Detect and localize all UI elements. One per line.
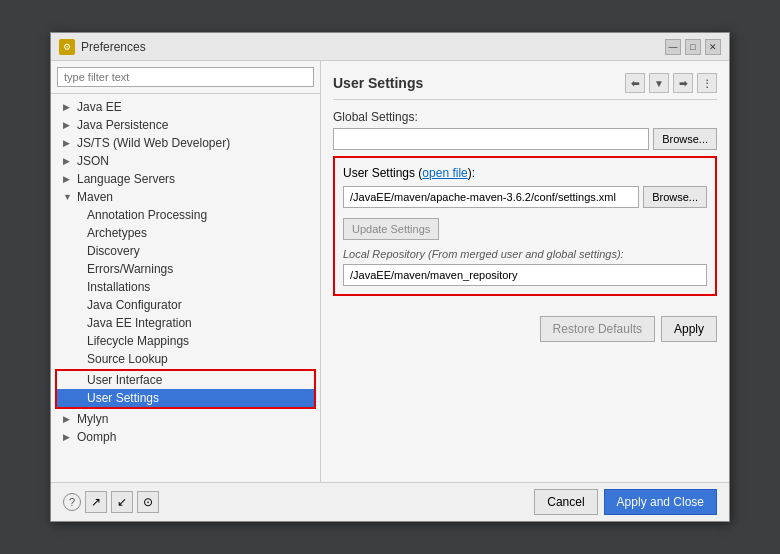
global-settings-label: Global Settings: (333, 110, 717, 124)
user-settings-prefix: User Settings ( (343, 166, 422, 180)
tree-item-java-persistence[interactable]: ▶ Java Persistence (51, 116, 320, 134)
tree-item-label: User Settings (87, 391, 159, 405)
browse-user-button[interactable]: Browse... (643, 186, 707, 208)
import-icon[interactable]: ↙ (111, 491, 133, 513)
apply-and-close-button[interactable]: Apply and Close (604, 489, 717, 515)
more-button[interactable]: ⋮ (697, 73, 717, 93)
tree-item-archetypes[interactable]: Archetypes (51, 224, 320, 242)
help-icon[interactable]: ? (63, 493, 81, 511)
settings-actions-row: Restore Defaults Apply (333, 316, 717, 342)
bottom-bar: ? ↗ ↙ ⊙ Cancel Apply and Close (51, 482, 729, 521)
arrow-icon: ▼ (63, 192, 73, 202)
maximize-button[interactable]: □ (685, 39, 701, 55)
tree-item-lifecycle[interactable]: Lifecycle Mappings (51, 332, 320, 350)
tree-item-label: Source Lookup (87, 352, 168, 366)
user-settings-section: User Settings (open file): Browse... Upd… (333, 156, 717, 296)
tree-item-user-settings[interactable]: User Settings (57, 389, 314, 407)
tree-item-java-ee-integration[interactable]: Java EE Integration (51, 314, 320, 332)
tree-item-maven[interactable]: ▼ Maven (51, 188, 320, 206)
arrow-icon: ▶ (63, 432, 73, 442)
tree-item-language-servers[interactable]: ▶ Language Servers (51, 170, 320, 188)
panel-title-text: User Settings (333, 75, 423, 91)
right-panel: User Settings ⬅ ▼ ➡ ⋮ Global Settings: B… (321, 61, 729, 482)
tree-item-errors-warnings[interactable]: Errors/Warnings (51, 260, 320, 278)
tree-item-label: Errors/Warnings (87, 262, 173, 276)
titlebar-left: ⚙ Preferences (59, 39, 146, 55)
main-content: ▶ Java EE ▶ Java Persistence ▶ JS/TS (Wi… (51, 61, 729, 482)
tree-item-label: User Interface (87, 373, 162, 387)
cancel-button[interactable]: Cancel (534, 489, 597, 515)
search-box (51, 61, 320, 94)
restore-defaults-button[interactable]: Restore Defaults (540, 316, 655, 342)
tree-item-discovery[interactable]: Discovery (51, 242, 320, 260)
local-repo-label: Local Repository (From merged user and g… (343, 248, 707, 260)
browse-global-button[interactable]: Browse... (653, 128, 717, 150)
tree-item-source-lookup[interactable]: Source Lookup (51, 350, 320, 368)
tree-item-label: Language Servers (77, 172, 175, 186)
app-icon: ⚙ (59, 39, 75, 55)
tree-item-oomph[interactable]: ▶ Oomph (51, 428, 320, 446)
tree-item-label: Java EE Integration (87, 316, 192, 330)
dialog-title: Preferences (81, 40, 146, 54)
panel-title-row: User Settings ⬅ ▼ ➡ ⋮ (333, 73, 717, 100)
tree-item-label: Java Configurator (87, 298, 182, 312)
local-repo-input[interactable] (343, 264, 707, 286)
titlebar: ⚙ Preferences — □ ✕ (51, 33, 729, 61)
bottom-right-controls: Cancel Apply and Close (534, 489, 717, 515)
tree-item-label: Oomph (77, 430, 116, 444)
arrow-icon: ▶ (63, 414, 73, 424)
apply-button[interactable]: Apply (661, 316, 717, 342)
tree-item-label: JSON (77, 154, 109, 168)
tree-item-label: Java Persistence (77, 118, 168, 132)
settings-icon[interactable]: ⊙ (137, 491, 159, 513)
open-file-link[interactable]: open file (422, 166, 467, 180)
settings-content: Global Settings: Browse... User Settings… (333, 110, 717, 470)
minimize-button[interactable]: — (665, 39, 681, 55)
tree-item-label: Discovery (87, 244, 140, 258)
window-controls: — □ ✕ (665, 39, 721, 55)
tree-item-annotation[interactable]: Annotation Processing (51, 206, 320, 224)
tree-item-label: Maven (77, 190, 113, 204)
tree-item-label: Lifecycle Mappings (87, 334, 189, 348)
close-button[interactable]: ✕ (705, 39, 721, 55)
user-settings-label-row: User Settings (open file): (343, 166, 707, 180)
tree-item-label: Mylyn (77, 412, 108, 426)
update-settings-button[interactable]: Update Settings (343, 218, 439, 240)
user-settings-input[interactable] (343, 186, 639, 208)
forward-button[interactable]: ➡ (673, 73, 693, 93)
arrow-icon: ▶ (63, 156, 73, 166)
user-settings-suffix: ): (468, 166, 475, 180)
tree-item-label: JS/TS (Wild Web Developer) (77, 136, 230, 150)
tree-item-mylyn[interactable]: ▶ Mylyn (51, 410, 320, 428)
arrow-icon: ▶ (63, 174, 73, 184)
tree-item-user-interface[interactable]: User Interface (57, 371, 314, 389)
tree-item-java-ee[interactable]: ▶ Java EE (51, 98, 320, 116)
global-settings-input[interactable] (333, 128, 649, 150)
tree-item-label: Installations (87, 280, 150, 294)
tree-item-java-configurator[interactable]: Java Configurator (51, 296, 320, 314)
tree-item-label: Java EE (77, 100, 122, 114)
left-panel: ▶ Java EE ▶ Java Persistence ▶ JS/TS (Wi… (51, 61, 321, 482)
tree: ▶ Java EE ▶ Java Persistence ▶ JS/TS (Wi… (51, 94, 320, 482)
arrow-icon: ▶ (63, 138, 73, 148)
tree-item-label: Archetypes (87, 226, 147, 240)
tree-item-installations[interactable]: Installations (51, 278, 320, 296)
arrow-icon: ▶ (63, 102, 73, 112)
user-settings-input-row: Browse... (343, 186, 707, 208)
forward-dropdown[interactable]: ▼ (649, 73, 669, 93)
tree-item-json[interactable]: ▶ JSON (51, 152, 320, 170)
help-symbol: ? (69, 496, 75, 508)
tree-item-label: Annotation Processing (87, 208, 207, 222)
global-settings-row: Browse... (333, 128, 717, 150)
back-button[interactable]: ⬅ (625, 73, 645, 93)
tree-item-jsts[interactable]: ▶ JS/TS (Wild Web Developer) (51, 134, 320, 152)
panel-toolbar: ⬅ ▼ ➡ ⋮ (625, 73, 717, 93)
arrow-icon: ▶ (63, 120, 73, 130)
preferences-dialog: ⚙ Preferences — □ ✕ ▶ Java EE (50, 32, 730, 522)
bottom-left-controls: ? ↗ ↙ ⊙ (63, 491, 159, 513)
export-icon[interactable]: ↗ (85, 491, 107, 513)
filter-input[interactable] (57, 67, 314, 87)
